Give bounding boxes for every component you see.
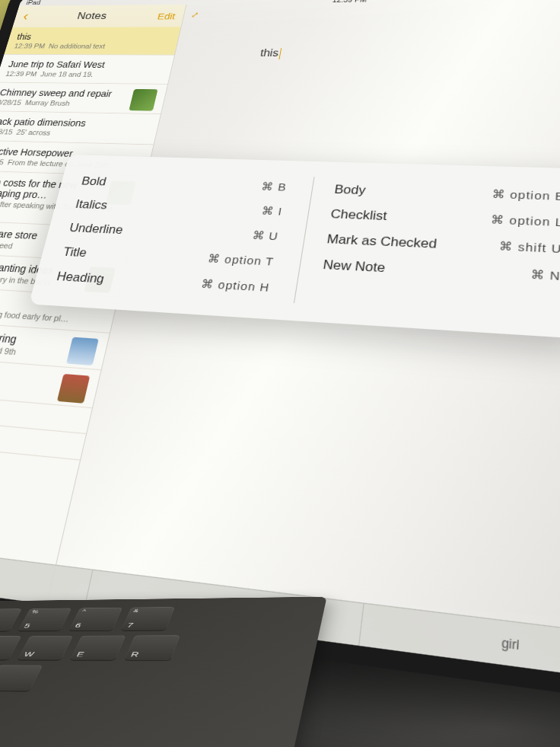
sidebar-title: Notes bbox=[76, 11, 108, 22]
shortcut-label: Underline bbox=[68, 221, 124, 238]
key-7[interactable]: &7 bbox=[121, 607, 175, 630]
shortcut-label: Heading bbox=[55, 270, 106, 287]
note-row[interactable]: June trip to Safari West 12:39 PM June 1… bbox=[0, 55, 174, 85]
shortcut-keys: ⌘ shift U bbox=[499, 239, 560, 257]
shortcut-label: Title bbox=[62, 245, 88, 260]
shortcut-keys: ⌘ N bbox=[530, 267, 560, 285]
shortcut-label: Italics bbox=[74, 197, 109, 212]
note-thumbnail-icon bbox=[57, 374, 90, 404]
key-5[interactable]: %5 bbox=[18, 608, 72, 631]
shortcut-keys: ⌘ B bbox=[260, 180, 288, 196]
smart-keyboard: #3 $4 %5 ^6 &7 tab Q W E R bbox=[0, 597, 327, 747]
note-title: June trip to Safari West bbox=[8, 59, 165, 70]
shortcut-label: Mark as Checked bbox=[326, 232, 438, 252]
note-thumbnail-icon bbox=[129, 89, 158, 111]
note-thumbnail-icon bbox=[66, 337, 99, 366]
note-row[interactable]: this 12:39 PM No additional text bbox=[4, 27, 180, 55]
shortcut-label: Body bbox=[333, 183, 366, 198]
shortcut-keys: ⌘ I bbox=[260, 204, 283, 219]
edit-button[interactable]: Edit bbox=[157, 11, 177, 21]
key-blank[interactable] bbox=[0, 665, 43, 691]
shortcut-keys: ⌘ U bbox=[250, 228, 279, 244]
note-title: this bbox=[16, 32, 172, 42]
expand-icon[interactable]: ⤢ bbox=[190, 11, 200, 20]
note-body-text: this bbox=[259, 47, 279, 58]
shortcut-label: Bold bbox=[80, 174, 107, 189]
shortcut-keys: ⌘ option B bbox=[492, 187, 560, 205]
text-cursor bbox=[278, 48, 282, 59]
note-row[interactable]: Chimney sweep and repair 8/28/15 Murray … bbox=[0, 82, 167, 114]
shortcut-keys: ⌘ option L bbox=[491, 213, 560, 231]
key-e[interactable]: E bbox=[70, 636, 126, 660]
note-row[interactable]: Back patio dimensions 8/28/15 25' across bbox=[0, 111, 161, 145]
shortcut-label: Checklist bbox=[329, 207, 387, 224]
key-6[interactable]: ^6 bbox=[68, 608, 123, 630]
shortcut-keys: ⌘ option T bbox=[207, 252, 275, 270]
shortcut-label: New Note bbox=[322, 257, 386, 276]
status-left: iPad bbox=[25, 0, 41, 6]
shortcut-keys: ⌘ option H bbox=[200, 277, 271, 296]
key-r[interactable]: R bbox=[124, 635, 180, 660]
back-button[interactable]: ‹ bbox=[21, 9, 30, 24]
key-w[interactable]: W bbox=[18, 636, 73, 660]
